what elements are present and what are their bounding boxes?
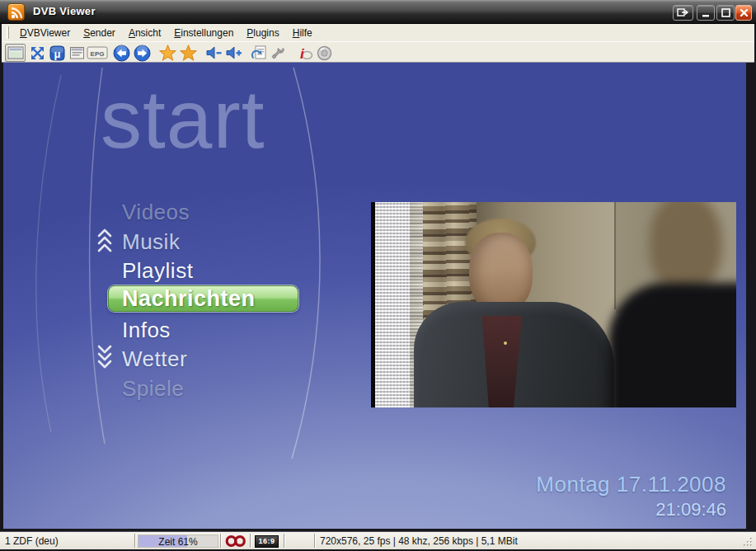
stream-info-label: 720x576, 25 fps | 48 khz, 256 kbps | 5,1… xyxy=(320,535,518,547)
status-bar: 1 ZDF (deu) Zeit 61% 16:9 720x576, 25 fp… xyxy=(0,531,756,549)
star-icon xyxy=(159,45,176,62)
osd-window-button[interactable] xyxy=(5,44,26,62)
osd-date: Montag 17.11.2008 xyxy=(536,472,726,497)
window-title: DVB Viewer xyxy=(33,5,96,17)
osd-menu-item-playlist[interactable]: Playlist xyxy=(122,258,193,283)
update-list-icon xyxy=(251,45,267,61)
osd-menu-item-spiele[interactable]: Spiele xyxy=(122,376,184,401)
osd-menu-item-musik[interactable]: Musik xyxy=(122,229,180,254)
man-face xyxy=(469,233,533,313)
menu-bar: DVBViewer Sender Ansicht Einstellungen P… xyxy=(2,24,754,41)
teletext-button[interactable] xyxy=(68,44,86,62)
stream-info-button[interactable]: i xyxy=(294,44,314,62)
volume-down-icon xyxy=(205,45,223,60)
epg-icon: EPG xyxy=(87,45,108,60)
epg-button[interactable]: EPG xyxy=(86,44,108,62)
channel-label: 1 ZDF (deu) xyxy=(5,535,59,547)
record-button[interactable] xyxy=(315,44,333,62)
osd-datetime: Montag 17.11.2008 21:09:46 xyxy=(536,472,726,520)
foreground-person-hair xyxy=(650,202,722,294)
menu-grip[interactable] xyxy=(7,26,9,39)
options-button[interactable] xyxy=(269,44,287,62)
forward-icon xyxy=(134,45,151,62)
volume-down-button[interactable] xyxy=(204,44,223,62)
statusbar-separator xyxy=(314,534,316,548)
update-channel-list-button[interactable] xyxy=(250,44,268,62)
mu-icon: μ xyxy=(49,45,65,61)
osd-menu-item-nachrichten-selected[interactable]: Nachrichten xyxy=(108,285,298,312)
svg-text:μ: μ xyxy=(54,47,60,59)
lace-curtain xyxy=(375,202,410,407)
fullscreen-icon xyxy=(30,45,45,61)
osd-menu-item-videos[interactable]: Videos xyxy=(122,200,190,224)
aspect-ratio-badge[interactable]: 16:9 xyxy=(255,535,279,548)
menu-sender[interactable]: Sender xyxy=(77,26,122,40)
scroll-down-icon[interactable] xyxy=(96,345,114,370)
back-button[interactable] xyxy=(112,44,130,62)
osd-window-icon xyxy=(7,46,24,60)
volume-up-button[interactable] xyxy=(224,44,242,62)
statusbar-separator xyxy=(134,534,136,548)
foreground-person-shoulder xyxy=(608,283,736,407)
mosaic-preview-button[interactable]: μ xyxy=(48,44,66,62)
forward-button[interactable] xyxy=(133,44,151,62)
osd-menu-item-wetter[interactable]: Wetter xyxy=(122,346,187,371)
time-progress-bar: Zeit 61% xyxy=(138,535,218,548)
close-button[interactable] xyxy=(735,5,752,21)
favorites-star-button[interactable] xyxy=(158,44,176,62)
info-icon: i xyxy=(295,45,314,61)
svg-text:EPG: EPG xyxy=(90,50,104,58)
resize-grip[interactable] xyxy=(742,538,754,548)
fullscreen-button[interactable] xyxy=(28,44,46,62)
statusbar-separator xyxy=(250,534,251,548)
menu-hilfe[interactable]: Hilfe xyxy=(286,26,319,40)
back-icon xyxy=(113,45,130,62)
video-preview[interactable] xyxy=(371,202,736,407)
dual-audio-icon[interactable] xyxy=(223,535,248,548)
record-icon xyxy=(317,45,332,61)
star-icon xyxy=(180,45,197,62)
selected-item-label: Nachrichten xyxy=(109,288,256,310)
statusbar-separator xyxy=(284,534,285,548)
osd-main-area: start Videos Musik Playlist Nachrichten … xyxy=(3,63,746,529)
volume-up-icon xyxy=(225,45,242,60)
time-progress-label: Zeit 61% xyxy=(139,536,218,548)
wrench-icon xyxy=(270,45,286,61)
dvbviewer-window: DVB Viewer DVBViewer Sender Ansicht Eins… xyxy=(0,0,756,551)
favorites-star-alt-button[interactable] xyxy=(179,44,197,62)
app-broadcast-icon xyxy=(7,3,25,21)
osd-menu-item-infos[interactable]: Infos xyxy=(122,318,171,342)
teletext-icon xyxy=(69,46,85,60)
minimize-button[interactable] xyxy=(697,5,715,21)
statusbar-separator xyxy=(220,534,222,548)
minimize-to-tray-button[interactable] xyxy=(673,5,693,21)
menu-einstellungen[interactable]: Einstellungen xyxy=(167,26,240,40)
man-pendant xyxy=(504,341,507,345)
menu-dvbviewer[interactable]: DVBViewer xyxy=(13,26,77,40)
scroll-up-icon[interactable] xyxy=(96,228,114,252)
title-bar[interactable]: DVB Viewer xyxy=(0,0,756,24)
menu-plugins[interactable]: Plugins xyxy=(240,26,285,40)
maximize-button[interactable] xyxy=(716,5,735,21)
menu-ansicht[interactable]: Ansicht xyxy=(122,26,167,40)
osd-time: 21:09:46 xyxy=(536,499,726,520)
toolbar: μ EPG xyxy=(2,41,754,63)
